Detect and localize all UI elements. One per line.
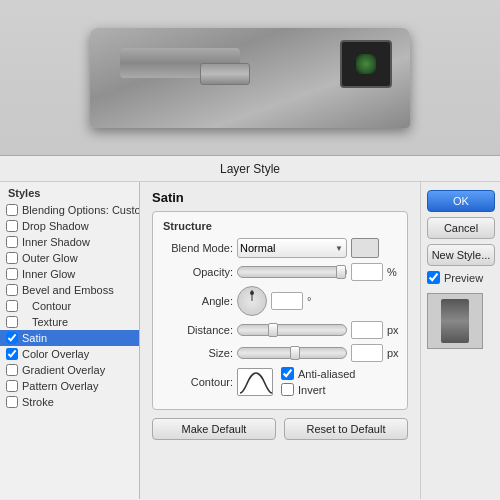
layer-style-dialog: Layer Style Styles Blending Options: Cus… <box>0 155 500 500</box>
distance-row: Distance: 13 px <box>163 321 397 339</box>
lens <box>200 63 250 85</box>
style-label-gradient-overlay: Gradient Overlay <box>22 364 105 376</box>
style-item-inner-shadow[interactable]: Inner Shadow <box>0 234 139 250</box>
structure-group-title: Structure <box>163 220 397 232</box>
style-item-contour[interactable]: Contour <box>0 298 139 314</box>
preview-checkbox[interactable] <box>427 271 440 284</box>
blend-mode-row: Blend Mode: Normal Dissolve Multiply Scr… <box>163 238 397 258</box>
preview-label: Preview <box>444 272 483 284</box>
style-label-texture: Texture <box>22 316 68 328</box>
style-checkbox-blending-options[interactable] <box>6 204 18 216</box>
size-slider-container <box>237 347 347 359</box>
anti-aliased-label: Anti-aliased <box>298 368 355 380</box>
style-checkbox-contour[interactable] <box>6 300 18 312</box>
opacity-label: Opacity: <box>163 266 233 278</box>
angle-row: Angle: 0 ° <box>163 286 397 316</box>
anti-aliased-row: Anti-aliased <box>281 367 355 380</box>
size-unit: px <box>387 347 399 359</box>
style-label-stroke: Stroke <box>22 396 54 408</box>
distance-slider-container <box>237 324 347 336</box>
style-checkbox-stroke[interactable] <box>6 396 18 408</box>
blend-mode-label: Blend Mode: <box>163 242 233 254</box>
color-swatch[interactable] <box>351 238 379 258</box>
style-label-contour: Contour <box>22 300 71 312</box>
styles-list: Blending Options: CustomDrop ShadowInner… <box>0 202 139 410</box>
style-label-color-overlay: Color Overlay <box>22 348 89 360</box>
camera-component <box>90 28 410 128</box>
satin-section-title: Satin <box>152 190 408 205</box>
style-item-gradient-overlay[interactable]: Gradient Overlay <box>0 362 139 378</box>
anti-aliased-checkbox[interactable] <box>281 367 294 380</box>
style-label-satin: Satin <box>22 332 47 344</box>
preview-box <box>427 293 483 349</box>
style-item-drop-shadow[interactable]: Drop Shadow <box>0 218 139 234</box>
size-row: Size: 27 px <box>163 344 397 362</box>
style-item-pattern-overlay[interactable]: Pattern Overlay <box>0 378 139 394</box>
style-label-drop-shadow: Drop Shadow <box>22 220 89 232</box>
style-checkbox-drop-shadow[interactable] <box>6 220 18 232</box>
dialog-body: Styles Blending Options: CustomDrop Shad… <box>0 182 500 499</box>
angle-input[interactable]: 0 <box>271 292 303 310</box>
opacity-input[interactable]: 100 <box>351 263 383 281</box>
style-item-blending-options[interactable]: Blending Options: Custom <box>0 202 139 218</box>
style-checkbox-satin[interactable] <box>6 332 18 344</box>
product-image <box>0 0 500 155</box>
style-item-color-overlay[interactable]: Color Overlay <box>0 346 139 362</box>
contour-preview[interactable] <box>237 368 273 396</box>
buttons-panel: OK Cancel New Style... Preview <box>420 182 500 499</box>
style-checkbox-inner-glow[interactable] <box>6 268 18 280</box>
default-buttons-row: Make Default Reset to Default <box>152 418 408 440</box>
size-slider-thumb[interactable] <box>290 346 300 360</box>
distance-label: Distance: <box>163 324 233 336</box>
angle-unit: ° <box>307 295 311 307</box>
size-label: Size: <box>163 347 233 359</box>
preview-inner <box>441 299 469 343</box>
style-checkbox-gradient-overlay[interactable] <box>6 364 18 376</box>
style-checkbox-pattern-overlay[interactable] <box>6 380 18 392</box>
opacity-slider-container <box>237 266 347 278</box>
new-style-button[interactable]: New Style... <box>427 244 495 266</box>
blend-mode-select[interactable]: Normal Dissolve Multiply Screen Overlay <box>237 238 347 258</box>
reset-to-default-button[interactable]: Reset to Default <box>284 418 408 440</box>
dialog-title: Layer Style <box>0 156 500 182</box>
invert-label: Invert <box>298 384 326 396</box>
style-checkbox-texture[interactable] <box>6 316 18 328</box>
preview-check-row: Preview <box>427 271 494 284</box>
blend-mode-select-wrapper: Normal Dissolve Multiply Screen Overlay <box>237 238 347 258</box>
invert-row: Invert <box>281 383 355 396</box>
distance-slider-thumb[interactable] <box>268 323 278 337</box>
viewfinder <box>340 40 392 88</box>
style-item-texture[interactable]: Texture <box>0 314 139 330</box>
contour-row: Contour: Anti-aliased Invert <box>163 367 397 396</box>
style-checkbox-inner-shadow[interactable] <box>6 236 18 248</box>
style-item-satin[interactable]: Satin <box>0 330 139 346</box>
size-input[interactable]: 27 <box>351 344 383 362</box>
style-label-blending-options: Blending Options: Custom <box>22 204 140 216</box>
distance-slider-track[interactable] <box>237 324 347 336</box>
cancel-button[interactable]: Cancel <box>427 217 495 239</box>
opacity-slider-thumb[interactable] <box>336 265 346 279</box>
style-checkbox-outer-glow[interactable] <box>6 252 18 264</box>
style-checkbox-color-overlay[interactable] <box>6 348 18 360</box>
viewfinder-inner <box>356 54 376 74</box>
style-label-bevel-emboss: Bevel and Emboss <box>22 284 114 296</box>
style-label-outer-glow: Outer Glow <box>22 252 78 264</box>
contour-svg <box>238 369 273 396</box>
opacity-unit: % <box>387 266 397 278</box>
angle-dial[interactable] <box>237 286 267 316</box>
opacity-slider-track[interactable] <box>237 266 347 278</box>
invert-checkbox[interactable] <box>281 383 294 396</box>
style-item-bevel-emboss[interactable]: Bevel and Emboss <box>0 282 139 298</box>
size-slider-track[interactable] <box>237 347 347 359</box>
style-item-outer-glow[interactable]: Outer Glow <box>0 250 139 266</box>
ok-button[interactable]: OK <box>427 190 495 212</box>
opacity-row: Opacity: 100 % <box>163 263 397 281</box>
distance-input[interactable]: 13 <box>351 321 383 339</box>
main-panel: Satin Structure Blend Mode: Normal Disso… <box>140 182 420 499</box>
style-label-inner-shadow: Inner Shadow <box>22 236 90 248</box>
structure-group: Structure Blend Mode: Normal Dissolve Mu… <box>152 211 408 410</box>
style-checkbox-bevel-emboss[interactable] <box>6 284 18 296</box>
style-item-inner-glow[interactable]: Inner Glow <box>0 266 139 282</box>
style-item-stroke[interactable]: Stroke <box>0 394 139 410</box>
make-default-button[interactable]: Make Default <box>152 418 276 440</box>
